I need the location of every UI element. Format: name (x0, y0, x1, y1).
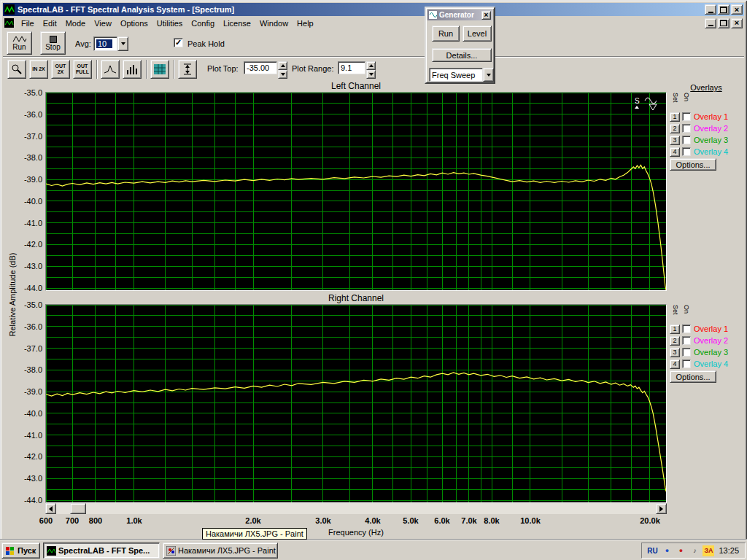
menu-window[interactable]: Window (255, 18, 293, 29)
triangle-marker-icon (649, 104, 657, 110)
overlay-on-checkbox-4[interactable] (682, 147, 691, 156)
zoom-in-2x-button[interactable]: IN 2X (29, 60, 48, 79)
language-indicator[interactable]: RU (646, 545, 659, 556)
x-tick-label: 7.0k (461, 516, 476, 525)
window-title: SpectraLAB - FFT Spectral Analysis Syste… (18, 5, 703, 14)
app-icon (4, 4, 15, 15)
app-icon (47, 546, 56, 556)
overlay-on-checkbox-1[interactable] (682, 324, 691, 333)
spectrogram-button[interactable] (150, 60, 169, 79)
scroll-right-button[interactable] (656, 503, 667, 514)
overlay-set-button-3[interactable]: 3 (670, 136, 680, 145)
generator-mode-dropdown[interactable]: Freq Sweep (429, 68, 494, 82)
restore-button[interactable] (718, 4, 729, 15)
x-tick-label: 3.0k (315, 516, 330, 525)
overlay-label-4: Overlay 4 (694, 359, 728, 368)
y-tick-label: -37.0 (24, 344, 42, 353)
overlay-set-button-1[interactable]: 1 (670, 112, 680, 122)
peak-hold-label: Peak Hold (187, 39, 225, 48)
overlay-on-checkbox-3[interactable] (682, 348, 691, 357)
minimize-button[interactable] (705, 4, 716, 15)
punto-icon[interactable]: ЗА (703, 545, 714, 556)
horizontal-scrollbar[interactable] (45, 503, 667, 514)
task-button-spectralab[interactable]: SpectraLAB - FFT Spe... (43, 542, 160, 559)
x-axis-label: Frequency (Hz) (46, 528, 666, 537)
options-button[interactable]: Options... (670, 370, 716, 383)
generator-level-button[interactable]: Level (462, 26, 492, 42)
tray-icon-red[interactable]: ● (675, 545, 686, 556)
menu-utilities[interactable]: Utilities (152, 18, 187, 29)
y-tick-label: -35.0 (24, 88, 42, 97)
start-button[interactable]: Пуск (1, 542, 40, 559)
taskbar-clock: 13:25 (716, 546, 741, 555)
overlay-on-checkbox-2[interactable] (682, 124, 691, 133)
generator-close-button[interactable]: × (481, 11, 491, 20)
menu-config[interactable]: Config (187, 18, 219, 29)
close-icon: × (735, 19, 739, 27)
scrollbar-thumb[interactable] (70, 503, 86, 514)
overlay-set-button-1[interactable]: 1 (670, 324, 680, 334)
overlay-set-button-2[interactable]: 2 (670, 336, 680, 346)
cursor-marker-icons[interactable]: S (633, 96, 664, 113)
menu-edit[interactable]: Edit (39, 18, 61, 29)
overlay-set-button-4[interactable]: 4 (670, 359, 680, 369)
autoscale-button[interactable] (178, 60, 197, 79)
generator-icon (429, 11, 437, 19)
toolbar-main: Run Stop Avg: 10 ✓ Peak Hold (3, 30, 744, 57)
line-plot-button[interactable] (101, 60, 120, 79)
overlay-label-1: Overlay 1 (694, 324, 728, 333)
menu-options[interactable]: Options (116, 18, 152, 29)
generator-details-button[interactable]: Details... (432, 48, 492, 62)
stop-button[interactable]: Stop (40, 31, 66, 55)
plot-top-spinner[interactable] (278, 61, 287, 74)
menu-license[interactable]: License (219, 18, 255, 29)
plot-range-input[interactable]: 9.1 (338, 61, 365, 74)
volume-icon[interactable]: ♪ (689, 545, 700, 556)
right-channel-plot[interactable] (45, 304, 667, 503)
overlay-set-button-2[interactable]: 2 (670, 124, 680, 133)
menu-view[interactable]: View (90, 18, 116, 29)
mdi-restore-button[interactable] (718, 18, 729, 28)
overlay-on-checkbox-2[interactable] (682, 336, 691, 345)
tray-icons: ●●♪ЗА (661, 545, 714, 556)
y-tick-label: -40.0 (24, 409, 42, 418)
overlay-set-button-4[interactable]: 4 (670, 147, 680, 157)
tray-icon-blue[interactable]: ● (661, 545, 673, 556)
scroll-left-button[interactable] (45, 503, 56, 514)
menu-help[interactable]: Help (293, 18, 318, 29)
menu-mode[interactable]: Mode (61, 18, 90, 29)
generator-window[interactable]: Generator × Run Level Details... Freq Sw… (425, 7, 495, 84)
marker-arrow-icon (635, 106, 639, 109)
marker-s-icon: S (635, 97, 640, 105)
bar-plot-button[interactable] (123, 60, 142, 79)
y-tick-label: -41.0 (24, 431, 42, 440)
plot-range-spinner[interactable] (366, 61, 376, 74)
zoom-button[interactable] (7, 60, 26, 79)
peak-hold-checkbox[interactable]: ✓ (174, 38, 183, 47)
left-channel-plot[interactable] (45, 92, 667, 291)
mdi-close-button[interactable]: × (731, 18, 743, 28)
avg-label: Avg: (75, 39, 91, 48)
overlay-on-checkbox-3[interactable] (682, 136, 691, 144)
on-column-label: On (683, 305, 690, 314)
spectrum-doc-icon[interactable] (4, 18, 14, 28)
overlay-on-checkbox-4[interactable] (682, 359, 691, 368)
close-button[interactable]: × (731, 4, 743, 15)
overlay-on-checkbox-1[interactable] (682, 112, 691, 121)
run-button[interactable]: Run (7, 31, 32, 55)
x-tick-label: 5.0k (403, 516, 418, 525)
overlay-set-button-3[interactable]: 3 (670, 348, 680, 357)
zoom-out-full-button[interactable]: OUT FULL (73, 60, 92, 79)
mdi-minimize-button[interactable] (705, 18, 716, 28)
zoom-out-2x-button[interactable]: OUT 2X (51, 60, 70, 79)
menu-file[interactable]: File (17, 18, 39, 29)
plot-top-input[interactable]: -35.00 (244, 61, 277, 74)
options-button[interactable]: Options... (670, 158, 716, 171)
wave-icon (645, 98, 657, 104)
generator-run-button[interactable]: Run (432, 26, 460, 42)
task-button-paint[interactable]: Накамичи ЛХ5.JPG - Paint (163, 542, 278, 559)
windows-logo-icon (5, 546, 15, 556)
generator-titlebar[interactable]: Generator × (427, 9, 492, 20)
avg-dropdown[interactable]: 10 (93, 36, 128, 51)
spin-down-icon (278, 70, 287, 79)
